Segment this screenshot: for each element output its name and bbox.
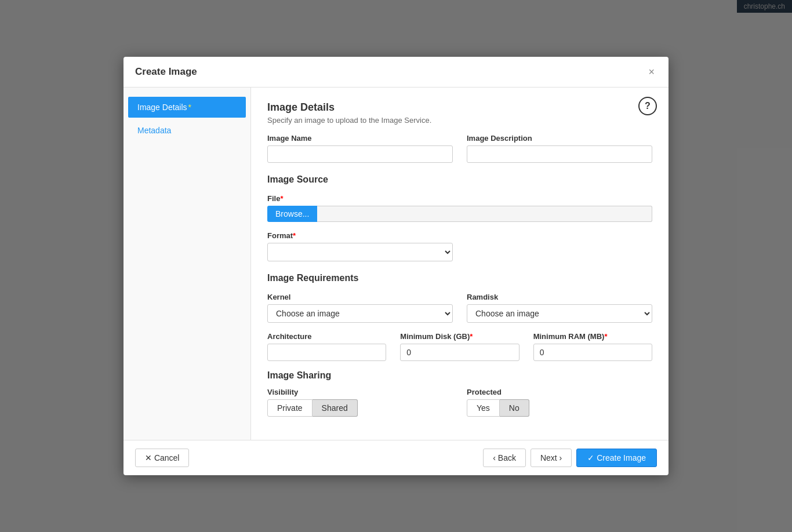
modal-header: Create Image × [123, 57, 669, 88]
format-label: Format* [267, 231, 453, 240]
file-group: File* Browse... [267, 194, 652, 222]
architecture-input[interactable] [267, 344, 386, 361]
cancel-button[interactable]: ✕ Cancel [135, 449, 189, 467]
format-select[interactable]: AKI AMI ARI Docker ISO OVA PLOOP QCOW2 R… [267, 243, 453, 261]
create-image-modal: Create Image × Image Details* Metadata ?… [123, 57, 669, 475]
kernel-ramdisk-row: Kernel Choose an image Ramdisk Choose an… [267, 293, 652, 323]
image-sharing-title: Image Sharing [267, 370, 652, 381]
back-button[interactable]: ‹ Back [483, 449, 526, 467]
visibility-label: Visibility [267, 388, 453, 396]
help-button[interactable]: ? [638, 97, 657, 115]
kernel-group: Kernel Choose an image [267, 293, 453, 323]
architecture-group: Architecture [267, 332, 386, 361]
image-sharing-section: Image Sharing Visibility Private Shared … [267, 370, 652, 417]
file-label: File* [267, 194, 652, 203]
min-ram-input[interactable] [533, 344, 652, 361]
format-group: Format* AKI AMI ARI Docker ISO OVA PLOOP… [267, 231, 453, 261]
create-image-button[interactable]: ✓ Create Image [576, 449, 657, 467]
format-required-star: * [293, 231, 296, 240]
name-description-row: Image Name Image Description [267, 134, 652, 163]
sidebar-item-image-details[interactable]: Image Details* [128, 97, 246, 118]
visibility-private-button[interactable]: Private [267, 399, 313, 417]
protected-no-button[interactable]: No [500, 399, 529, 417]
min-disk-required: * [470, 332, 473, 341]
image-name-label: Image Name [267, 134, 453, 143]
section-subtitle: Specify an image to upload to the Image … [267, 116, 652, 125]
image-source-title: Image Source [267, 174, 652, 185]
browse-button[interactable]: Browse... [267, 206, 317, 222]
sidebar-item-image-details-label: Image Details [137, 103, 187, 112]
ramdisk-label: Ramdisk [467, 293, 652, 301]
protected-btn-group: Yes No [467, 399, 652, 417]
visibility-shared-button[interactable]: Shared [313, 399, 358, 417]
image-requirements-section: Image Requirements [267, 273, 652, 283]
modal-main-content: ? Image Details Specify an image to uplo… [251, 88, 669, 440]
kernel-select[interactable]: Choose an image [267, 304, 453, 323]
protected-label: Protected [467, 388, 652, 396]
visibility-protected-row: Visibility Private Shared Protected Yes … [267, 388, 652, 417]
image-requirements-title: Image Requirements [267, 273, 652, 283]
visibility-group: Visibility Private Shared [267, 388, 453, 417]
file-required-star: * [280, 194, 283, 203]
kernel-label: Kernel [267, 293, 453, 301]
min-disk-group: Minimum Disk (GB)* [400, 332, 519, 361]
ramdisk-group: Ramdisk Choose an image [467, 293, 652, 323]
sidebar-item-metadata[interactable]: Metadata [128, 120, 246, 141]
image-name-group: Image Name [267, 134, 453, 163]
min-ram-group: Minimum RAM (MB)* [533, 332, 652, 361]
protected-group: Protected Yes No [467, 388, 652, 417]
file-name-display [317, 206, 652, 222]
footer-left: ✕ Cancel [135, 449, 189, 467]
modal-close-button[interactable]: × [646, 67, 657, 77]
architecture-label: Architecture [267, 332, 386, 341]
file-input-group: Browse... [267, 206, 652, 222]
sidebar-item-metadata-label: Metadata [137, 126, 171, 135]
min-ram-required: * [604, 332, 607, 341]
image-description-group: Image Description [467, 134, 652, 163]
image-description-input[interactable] [467, 145, 652, 163]
arch-disk-ram-row: Architecture Minimum Disk (GB)* Minimum … [267, 332, 652, 361]
modal-overlay: Create Image × Image Details* Metadata ?… [0, 0, 792, 532]
next-button[interactable]: Next › [531, 449, 572, 467]
footer-right: ‹ Back Next › ✓ Create Image [483, 449, 657, 467]
image-name-input[interactable] [267, 145, 453, 163]
protected-yes-button[interactable]: Yes [467, 399, 500, 417]
modal-footer: ✕ Cancel ‹ Back Next › ✓ Create Image [123, 440, 669, 475]
min-ram-label: Minimum RAM (MB)* [533, 332, 652, 341]
modal-sidebar: Image Details* Metadata [123, 88, 251, 440]
modal-title: Create Image [135, 66, 197, 78]
min-disk-label: Minimum Disk (GB)* [400, 332, 519, 341]
section-title: Image Details [267, 101, 652, 114]
image-source-section: Image Source [267, 174, 652, 185]
modal-body: Image Details* Metadata ? Image Details … [123, 88, 669, 440]
ramdisk-select[interactable]: Choose an image [467, 304, 652, 323]
sidebar-item-image-details-required: * [188, 103, 191, 112]
min-disk-input[interactable] [400, 344, 519, 361]
image-description-label: Image Description [467, 134, 652, 143]
visibility-btn-group: Private Shared [267, 399, 453, 417]
